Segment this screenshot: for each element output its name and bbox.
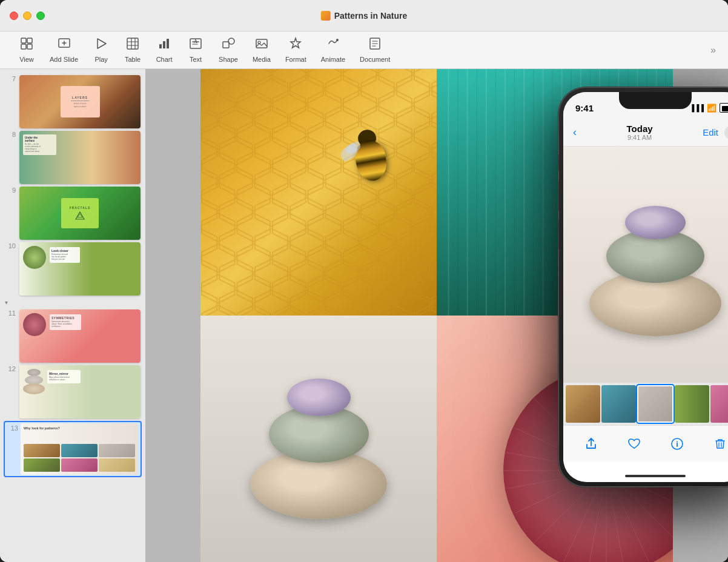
ios-nav-title: Today	[627, 124, 653, 134]
home-indicator	[625, 475, 686, 477]
ios-time: 9:41	[575, 103, 594, 113]
iphone-notch	[619, 92, 692, 109]
ios-photo-main	[563, 147, 728, 383]
window-title: Patterns in Nature	[321, 11, 408, 21]
ios-heart-button[interactable]	[623, 433, 645, 455]
slide-thumb-9[interactable]: FRACTALS	[19, 187, 141, 240]
list-item: 9 FRACTALS	[0, 185, 145, 241]
play-icon	[94, 37, 108, 53]
svg-rect-22	[256, 39, 267, 48]
animate-button[interactable]: Animate	[315, 33, 351, 67]
battery-icon	[720, 103, 728, 113]
chart-icon	[157, 37, 171, 53]
svg-rect-34	[200, 69, 437, 316]
slide-number-9: 9	[5, 187, 16, 194]
urchin-cell	[200, 316, 437, 562]
ios-nav-actions: Edit •••	[703, 126, 728, 139]
film-thumb-3[interactable]	[637, 385, 674, 423]
slide-number-12: 12	[5, 365, 16, 372]
film-thumb-2[interactable]	[601, 385, 636, 423]
film-thumb-1[interactable]	[566, 385, 600, 423]
wifi-icon: 📶	[707, 104, 716, 113]
document-button[interactable]: Document	[354, 33, 396, 67]
svg-rect-0	[21, 38, 26, 43]
format-label: Format	[285, 56, 306, 63]
film-thumb-5[interactable]	[710, 385, 728, 423]
iphone-screen: 9:41 ▐▐▐ 📶 ‹	[563, 92, 728, 482]
volume-up-button	[558, 181, 559, 211]
text-label: Text	[190, 56, 202, 63]
ios-share-button[interactable]	[580, 433, 602, 455]
section-collapse-11[interactable]: ▾	[0, 297, 145, 308]
more-tools-button[interactable]: »	[710, 45, 716, 56]
media-icon	[255, 37, 268, 53]
svg-rect-20	[223, 42, 229, 48]
shape-label: Shape	[219, 56, 238, 63]
slide-number-11: 11	[5, 309, 16, 317]
svg-rect-14	[163, 41, 165, 48]
film-thumb-4[interactable]	[675, 385, 709, 423]
back-chevron-icon: ‹	[573, 126, 577, 139]
media-button[interactable]: Media	[247, 33, 277, 67]
ios-nav-subtitle: 9:41 AM	[627, 134, 653, 141]
format-button[interactable]: Format	[279, 33, 313, 67]
maximize-button[interactable]	[36, 12, 45, 20]
signal-icon: ▐▐▐	[690, 104, 704, 111]
mute-switch	[558, 154, 559, 171]
main-content: 7 LAYERS texture of stonelayers in natur…	[0, 69, 728, 562]
chart-button[interactable]: Chart	[150, 33, 179, 67]
text-button[interactable]: A Text	[181, 33, 210, 67]
canvas-area: 9:41 ▐▐▐ 📶 ‹	[145, 69, 728, 562]
ios-more-button[interactable]: •••	[724, 126, 728, 139]
chart-label: Chart	[156, 56, 173, 63]
slide-number-8: 8	[5, 131, 16, 138]
slide-thumb-8[interactable]: Under thesurface Go fish — we areon the …	[19, 131, 141, 184]
play-button[interactable]: Play	[87, 33, 116, 67]
ios-nav-center: Today 9:41 AM	[627, 124, 653, 141]
slide-thumb-10[interactable]: Look closer Romanesco broccolihas fracta…	[19, 242, 141, 296]
svg-marker-29	[76, 212, 84, 219]
svg-rect-15	[167, 39, 169, 48]
slide-thumb-13[interactable]: 13 Why look for patterns?	[4, 421, 142, 477]
svg-point-75	[677, 441, 678, 442]
chevron-down-icon: ▾	[5, 299, 8, 306]
keynote-icon	[321, 11, 331, 21]
minimize-button[interactable]	[23, 12, 31, 20]
slide-thumb-12[interactable]: Mirror, mirror Many photos and severalre…	[19, 365, 141, 418]
ios-filmstrip	[563, 383, 728, 425]
svg-text:A: A	[194, 39, 197, 44]
slide-number-7: 7	[5, 75, 16, 82]
svg-rect-1	[27, 38, 32, 43]
ios-back-button[interactable]: ‹	[573, 126, 577, 139]
iphone-device: 9:41 ▐▐▐ 📶 ‹	[558, 87, 728, 487]
document-icon	[368, 37, 382, 53]
animate-label: Animate	[321, 56, 345, 63]
svg-marker-7	[98, 39, 106, 48]
add-slide-button[interactable]: Add Slide	[44, 33, 84, 67]
svg-rect-13	[159, 44, 162, 48]
svg-rect-2	[21, 44, 26, 49]
shape-button[interactable]: Shape	[213, 33, 244, 67]
keynote-window: Patterns in Nature View	[0, 0, 728, 562]
table-button[interactable]: Table	[118, 33, 147, 67]
list-item: 12 Mirror, mirror Many photos an	[0, 364, 145, 420]
view-label: View	[19, 56, 34, 63]
iphone-body: 9:41 ▐▐▐ 📶 ‹	[558, 87, 728, 487]
ios-info-button[interactable]	[666, 433, 688, 455]
title-bar: Patterns in Nature	[0, 0, 728, 31]
traffic-lights	[10, 12, 45, 20]
add-slide-icon	[58, 37, 71, 53]
svg-point-21	[228, 38, 234, 44]
ios-status-icons: ▐▐▐ 📶	[690, 103, 728, 113]
svg-rect-8	[127, 38, 138, 49]
list-item: 7 LAYERS texture of stonelayers in natur…	[0, 74, 145, 130]
close-button[interactable]	[10, 12, 18, 20]
volume-down-button	[558, 219, 559, 250]
svg-point-24	[336, 39, 339, 41]
slide-thumb-11[interactable]: SYMMETRIES Symmetries abound innature. S…	[19, 309, 141, 363]
ios-trash-button[interactable]	[709, 433, 729, 455]
svg-rect-3	[27, 44, 32, 49]
slide-thumb-7[interactable]: LAYERS texture of stonelayers in nature	[19, 75, 141, 128]
ios-edit-button[interactable]: Edit	[703, 127, 718, 137]
view-button[interactable]: View	[12, 33, 41, 67]
